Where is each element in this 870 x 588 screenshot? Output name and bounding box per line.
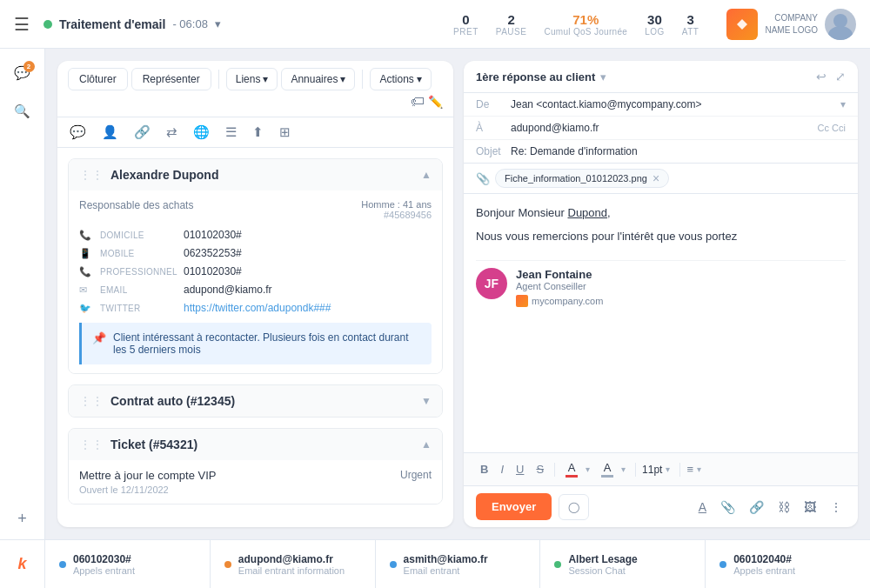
toolbar-tag-icon[interactable]: 🏷 <box>411 94 425 110</box>
email-panel-actions: ↩ ⤢ <box>816 70 846 84</box>
email-expand-icon[interactable]: ⤢ <box>835 70 846 84</box>
ticket-chevron-icon: ▲ <box>421 438 432 451</box>
links-dropdown[interactable]: Liens▾ <box>226 68 278 90</box>
stat-pause-value: 2 <box>496 12 527 27</box>
toolbar-sep-2 <box>362 70 363 89</box>
text-color-chevron-icon[interactable]: ▾ <box>586 464 590 474</box>
contract-chevron-icon: ▼ <box>421 395 432 407</box>
mobile-icon: 📱 <box>79 248 93 259</box>
bottom-item-3[interactable]: asmith@kiamo.fr Email entrant <box>376 540 541 588</box>
attachment-remove-icon[interactable]: × <box>652 172 659 184</box>
stat-pret-value: 0 <box>453 12 478 27</box>
panel-body: ⋮⋮ Alexandre Dupond ▲ Responsable des ac… <box>57 148 453 527</box>
sidebar-item-chat[interactable]: 💬 2 <box>9 59 37 87</box>
stat-pause-label: PAUSE <box>496 27 527 37</box>
contact-section-title: Alexandre Dupond <box>110 168 421 182</box>
represent-button[interactable]: Représenter <box>131 68 211 90</box>
menu-icon[interactable]: ☰ <box>14 16 30 33</box>
format-underline-button[interactable]: U <box>512 461 528 478</box>
bottom-item-4-subtitle: Session Chat <box>568 565 637 576</box>
topbar-time: - 06:08 <box>172 17 208 30</box>
email-panel-chevron-icon[interactable]: ▾ <box>600 70 606 84</box>
font-size-value[interactable]: 11pt <box>642 464 662 476</box>
email-reply-icon[interactable]: ↩ <box>816 70 826 84</box>
send-button[interactable]: Envoyer <box>476 493 552 520</box>
icon-globe[interactable]: 🌐 <box>193 124 210 140</box>
contact-note: 📌 Client intéressant à recontacter. Plus… <box>79 323 432 364</box>
field-twitter: 🐦 TWITTER https://twitter.com/adupondk##… <box>79 302 432 314</box>
bottom-item-4[interactable]: Albert Lesage Session Chat <box>540 540 706 588</box>
company-logo-icon <box>733 16 751 33</box>
format-bold-button[interactable]: B <box>476 461 492 478</box>
field-professionnel: 📞 PROFESSIONNEL 010102030# <box>79 265 432 277</box>
contract-section-header[interactable]: ⋮⋮ Contrat auto (#12345) ▼ <box>69 385 442 417</box>
topbar: ☰ Traitement d'email - 06:08 ▾ 0 PRET 2 … <box>0 0 870 49</box>
text-align-chevron-icon[interactable]: ▾ <box>697 464 701 474</box>
sig-company-area: mycompany.com <box>516 295 603 307</box>
format-italic-button[interactable]: I <box>496 461 508 478</box>
close-button[interactable]: Clôturer <box>68 68 128 90</box>
annuaires-chevron-icon: ▾ <box>340 73 345 85</box>
actions-dropdown[interactable]: Actions▾ <box>370 68 431 90</box>
icon-chat[interactable]: 💬 <box>70 124 86 140</box>
sig-company-logo-icon <box>516 295 528 307</box>
from-expand-icon[interactable]: ▾ <box>840 98 846 110</box>
font-size-chevron-icon[interactable]: ▾ <box>666 464 670 474</box>
left-toolbar: Clôturer Représenter Liens▾ Annuaires▾ A… <box>57 61 453 117</box>
ticket-section-header[interactable]: ⋮⋮ Ticket (#54321) ▲ <box>69 429 442 460</box>
text-align-icon[interactable]: ≡ <box>686 463 693 476</box>
icon-swap[interactable]: ⇄ <box>166 124 177 140</box>
send-underline-icon[interactable]: A <box>695 497 710 518</box>
icon-lines[interactable]: ☰ <box>225 124 237 140</box>
email-panel-title-area: 1ère réponse au client ▾ <box>476 70 606 84</box>
format-bg-color[interactable]: A <box>597 459 618 479</box>
send-more-icon[interactable]: ⋮ <box>826 497 846 518</box>
send-image-icon[interactable]: 🖼 <box>800 497 820 518</box>
icon-upload[interactable]: ⬆ <box>252 124 264 140</box>
bottom-item-5[interactable]: 060102040# Appels entrant <box>706 540 870 588</box>
bg-color-chevron-icon[interactable]: ▾ <box>621 464 626 474</box>
send-unlink-icon[interactable]: ⛓ <box>774 497 793 518</box>
icon-grid[interactable]: ⊞ <box>279 124 291 140</box>
contact-id: #45689456 <box>361 210 432 220</box>
ticket-section-title: Ticket (#54321) <box>110 438 421 451</box>
twitter-icon: 🐦 <box>79 303 93 314</box>
contract-section-title: Contrat auto (#12345) <box>110 394 421 408</box>
stat-pause: 2 PAUSE <box>496 12 527 37</box>
topbar-dropdown-icon[interactable]: ▾ <box>215 17 221 30</box>
bottom-item-1[interactable]: 060102030# Appels entrant <box>45 540 211 588</box>
domicile-icon: 📞 <box>79 230 93 241</box>
send-attachment-icon[interactable]: 📎 <box>717 497 739 518</box>
twitter-value: https://twitter.com/adupondk### <box>184 302 331 314</box>
send-options-button[interactable]: ◯ <box>559 494 589 520</box>
icon-link[interactable]: 🔗 <box>134 124 151 140</box>
bottom-item-2[interactable]: adupond@kiamo.fr Email entrant informati… <box>211 540 376 588</box>
from-field: De Jean <contact.kiamo@mycompany.com> ▾ <box>464 93 858 117</box>
svg-point-0 <box>833 14 847 28</box>
icon-person[interactable]: 👤 <box>102 124 118 140</box>
stat-log: 30 LOG <box>645 12 665 37</box>
ticket-date: Ouvert le 12/11/2022 <box>79 484 217 495</box>
professionnel-label: PROFESSIONNEL <box>100 267 177 277</box>
contact-role: Responsable des achats <box>79 199 193 220</box>
field-email: ✉ EMAIL adupond@kiamo.fr <box>79 284 432 296</box>
send-link-icon[interactable]: 🔗 <box>746 497 767 518</box>
bottom-item-2-dot <box>224 561 231 568</box>
annuaires-dropdown[interactable]: Annuaires▾ <box>281 68 355 90</box>
format-strike-button[interactable]: S <box>532 461 548 478</box>
email-label: EMAIL <box>100 285 177 295</box>
panel-icon-row: 💬 👤 🔗 ⇄ 🌐 ☰ ⬆ ⊞ <box>57 117 453 148</box>
company-logo <box>726 9 758 40</box>
contract-handle-icon: ⋮⋮ <box>79 394 104 408</box>
stat-qos: 71% Cumul QoS Journée <box>544 12 627 37</box>
chat-badge: 2 <box>23 61 35 72</box>
sidebar-item-add[interactable]: + <box>9 504 37 532</box>
email-body[interactable]: Bonjour Monsieur Dupond, Nous vous remer… <box>464 194 858 452</box>
sig-name: Jean Fontaine <box>516 268 603 281</box>
bottom-item-2-subtitle: Email entrant information <box>238 565 345 576</box>
mobile-value: 062352253# <box>184 247 242 259</box>
contact-section-header[interactable]: ⋮⋮ Alexandre Dupond ▲ <box>69 159 442 190</box>
sidebar-item-search[interactable]: 🔍 <box>9 97 37 125</box>
format-text-color[interactable]: A <box>561 459 582 479</box>
toolbar-edit-icon[interactable]: ✏️ <box>428 95 443 109</box>
